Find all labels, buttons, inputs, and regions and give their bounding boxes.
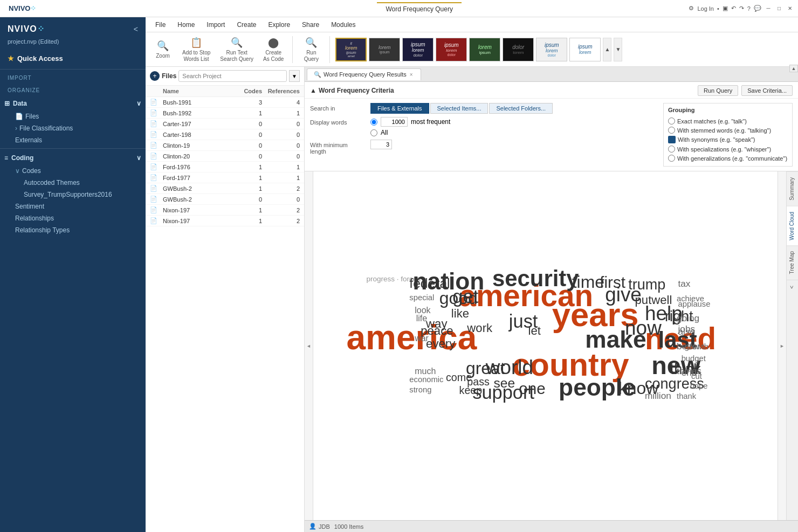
toolbar-create-code[interactable]: ⬤ Create As Code — [260, 34, 287, 65]
template-thumb-3[interactable]: ipsum lorem dolor — [402, 38, 434, 61]
grouping-generalizations[interactable]: With generalizations (e.g. "communicate"… — [668, 154, 788, 163]
table-row[interactable]: 📄 Clinton-20 0 0 — [146, 151, 304, 162]
file-codes: 0 — [230, 142, 262, 149]
table-row[interactable]: 📄 GWBush-2 0 0 — [146, 194, 304, 205]
add-files-button[interactable]: + — [150, 71, 160, 81]
table-row[interactable]: 📄 GWBush-2 1 2 — [146, 183, 304, 194]
menu-home[interactable]: Home — [172, 19, 200, 31]
template-thumb-1[interactable]: it lorem ipsum amet — [335, 38, 367, 61]
grouping-exact-radio[interactable] — [668, 118, 675, 125]
login-button[interactable]: Log In — [697, 5, 714, 12]
scroll-up-button[interactable]: ▲ — [789, 67, 798, 72]
display-all-radio[interactable] — [370, 129, 377, 136]
menu-explore[interactable]: Explore — [263, 19, 295, 31]
display-count-input[interactable] — [381, 117, 408, 127]
scroll-left-button[interactable]: ◄ — [305, 171, 313, 520]
table-row[interactable]: 📄 Ford-1977 1 1 — [146, 172, 304, 183]
maximize-button[interactable]: □ — [775, 5, 783, 12]
table-row[interactable]: 📄 Ford-1976 1 1 — [146, 162, 304, 172]
settings-icon: ⚙ — [689, 5, 694, 12]
grouping-title: Grouping — [668, 107, 788, 113]
template-thumb-7[interactable]: ipsum lorem dolor — [536, 38, 567, 61]
grouping-exact-label: Exact matches (e.g. "talk") — [677, 118, 747, 125]
table-row[interactable]: 📄 Carter-198 0 0 — [146, 129, 304, 140]
file-refs: 0 — [262, 142, 300, 149]
table-row[interactable]: 📄 Bush-1991 3 4 — [146, 97, 304, 108]
sidebar-item-data[interactable]: ⊞ Data ∨ — [0, 96, 146, 110]
run-text-label: Run Text Search Query — [220, 50, 253, 63]
menu-create[interactable]: Create — [231, 19, 262, 31]
save-criteria-button[interactable]: Save Criteria... — [741, 85, 793, 96]
table-row[interactable]: 📄 Bush-1992 1 1 — [146, 108, 304, 119]
sidebar-item-survey[interactable]: Survey_TrumpSupporters2016 — [0, 189, 146, 201]
sidebar-item-file-classifications[interactable]: › File Classifications — [0, 122, 146, 134]
tab-close-button[interactable]: × — [409, 72, 414, 78]
search-selected-folders-button[interactable]: Selected Folders... — [489, 103, 553, 114]
table-row[interactable]: 📄 Nixon-197 1 2 — [146, 205, 304, 216]
close-button[interactable]: ✕ — [786, 5, 794, 12]
toolbar-run-query[interactable]: 🔍 Run Query — [298, 34, 324, 65]
template-scroll-down[interactable]: ▼ — [614, 38, 622, 61]
sidebar-item-files[interactable]: 📄 Files — [0, 110, 146, 122]
col-codes[interactable]: Codes — [230, 88, 262, 94]
data-label: Data — [13, 100, 27, 107]
table-row[interactable]: 📄 Clinton-19 0 0 — [146, 140, 304, 151]
side-tab-collapse[interactable]: < — [787, 280, 798, 294]
svg-text:growth: growth — [685, 342, 708, 351]
table-row[interactable]: 📄 Carter-197 0 0 — [146, 119, 304, 129]
files-search-dropdown[interactable]: ▼ — [289, 70, 300, 82]
workspace: + Files ▼ Name Codes References 📄 Bush-1… — [146, 67, 798, 532]
menu-share[interactable]: Share — [297, 19, 325, 31]
col-references[interactable]: References — [262, 88, 300, 94]
menu-import[interactable]: Import — [201, 19, 230, 31]
toolbar-zoom[interactable]: 🔍 Zoom — [150, 38, 176, 61]
collapse-icon[interactable]: ▲ — [310, 87, 317, 94]
menu-file[interactable]: File — [150, 19, 171, 31]
file-codes: 0 — [230, 196, 262, 203]
files-search-input[interactable] — [178, 70, 287, 82]
sidebar-item-codes[interactable]: ∨ Codes — [0, 165, 146, 177]
criteria-title-area: ▲ Word Frequency Criteria — [310, 87, 394, 94]
side-tab-summary[interactable]: Summary — [787, 171, 798, 206]
run-query-button[interactable]: Run Query — [698, 85, 738, 96]
grouping-specializations[interactable]: With specializations (e.g. "whisper") — [668, 144, 788, 154]
tool-icon: ▣ — [723, 5, 728, 12]
template-thumb-5[interactable]: lorem ipsum — [469, 38, 500, 61]
sidebar-collapse-button[interactable]: < — [134, 25, 138, 33]
grouping-stemmed[interactable]: With stemmed words (e.g. "talking") — [668, 126, 788, 135]
grouping-synonyms[interactable]: With synonyms (e.g. "speak") — [668, 135, 788, 144]
min-length-input[interactable] — [370, 140, 392, 149]
toolbar-add-words[interactable]: 📋 Add to Stop Words List — [179, 34, 214, 65]
col-name[interactable]: Name — [163, 88, 230, 94]
sidebar-item-coding[interactable]: ≡ Coding ∨ — [0, 151, 146, 165]
side-tab-treemap[interactable]: Tree Map — [787, 245, 798, 279]
file-refs: 0 — [262, 132, 300, 138]
grouping-exact[interactable]: Exact matches (e.g. "talk") — [668, 116, 788, 126]
svg-text:now: now — [625, 317, 662, 339]
template-thumb-2[interactable]: lorem ipsum — [369, 38, 400, 61]
minimize-button[interactable]: ─ — [765, 5, 772, 12]
template-thumb-6[interactable]: dolor lorem — [503, 38, 534, 61]
search-files-externals-button[interactable]: Files & Externals — [370, 103, 429, 114]
display-count-radio[interactable] — [370, 119, 377, 126]
sidebar-item-relationship-types[interactable]: Relationship Types — [0, 224, 146, 236]
template-thumb-8[interactable]: ipsum lorem — [569, 38, 601, 61]
scroll-right-button[interactable]: ► — [778, 171, 786, 520]
active-tab[interactable]: Word Frequency Query — [377, 2, 462, 15]
search-selected-items-button[interactable]: Selected Items... — [430, 103, 489, 114]
sidebar-item-relationships[interactable]: Relationships — [0, 212, 146, 224]
menu-modules[interactable]: Modules — [326, 19, 361, 31]
side-tab-wordcloud[interactable]: Word Cloud — [787, 206, 798, 246]
template-thumb-4[interactable]: ipsum lorem dolor — [436, 38, 467, 61]
file-name: GWBush-2 — [163, 196, 230, 203]
toolbar-run-text[interactable]: 🔍 Run Text Search Query — [217, 34, 257, 65]
grouping-gen-radio[interactable] — [668, 155, 675, 162]
template-scroll-up[interactable]: ▲ — [603, 38, 611, 61]
table-row[interactable]: 📄 Nixon-197 1 2 — [146, 216, 304, 226]
grouping-stemmed-radio[interactable] — [668, 127, 675, 134]
tab-word-frequency[interactable]: 🔍 Word Frequency Query Results × — [307, 68, 421, 80]
sidebar-item-autocoded[interactable]: Autocoded Themes — [0, 177, 146, 189]
grouping-spec-radio[interactable] — [668, 146, 675, 153]
sidebar-item-sentiment[interactable]: Sentiment — [0, 201, 146, 212]
sidebar-item-externals[interactable]: Externals — [0, 134, 146, 146]
